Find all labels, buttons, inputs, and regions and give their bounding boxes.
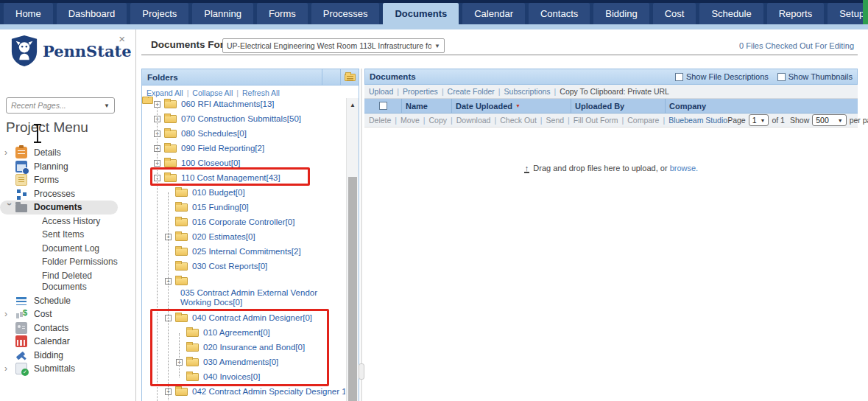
action-link-move[interactable]: Move (401, 116, 420, 125)
nav-tab-contacts[interactable]: Contacts (529, 3, 590, 24)
action-link-send[interactable]: Send (546, 116, 565, 125)
sidebar-subitem-document-log[interactable]: Document Log (0, 242, 131, 256)
page-title: Documents For (151, 39, 224, 50)
nav-tab-bidding[interactable]: Bidding (593, 3, 649, 24)
folder-node-035-contract-admin-external-vendor-working-docs-0[interactable]: + (142, 273, 345, 288)
folders-link-refresh-all[interactable]: Refresh All (242, 88, 280, 97)
column-header-date-uploaded[interactable]: Date Uploaded▼ (451, 99, 571, 113)
close-icon[interactable]: × (119, 32, 125, 45)
column-header-select[interactable] (364, 99, 401, 113)
folder-hierarchy-button[interactable] (322, 69, 340, 85)
folder-node-025-internal-commitments-2[interactable]: 025 Internal Commitments[2] (142, 244, 345, 259)
folder-node-label-wrapped[interactable]: 035 Contract Admin External Vendor Worki… (142, 288, 345, 310)
folder-node-040-invoices-0[interactable]: 040 Invoices[0] (142, 369, 345, 384)
folders-link-expand-all[interactable]: Expand All (147, 88, 183, 97)
documents-table-header: NameDate Uploaded▼Uploaded ByCompany (364, 99, 858, 114)
nav-tab-processes[interactable]: Processes (311, 3, 380, 24)
page-label: Page (727, 116, 746, 125)
column-header-company[interactable]: Company (665, 99, 858, 113)
nav-tab-forms[interactable]: Forms (257, 3, 308, 24)
sidebar-subitem-folder-permissions[interactable]: Folder Permissions (0, 255, 131, 269)
chevron-right-icon[interactable]: › (4, 147, 15, 158)
sidebar-item-documents[interactable]: ›Documents (0, 200, 118, 215)
page-size-select[interactable]: 500 ▼ (812, 114, 846, 126)
folder-node-016-corporate-controller-0[interactable]: 016 Corporate Controller[0] (142, 215, 345, 229)
folder-node-030-cost-reports-0[interactable]: 030 Cost Reports[0] (142, 259, 345, 273)
recent-pages-select[interactable]: Recent Pages... ▼ (6, 97, 115, 114)
toolbar-link-upload[interactable]: Upload (369, 87, 393, 96)
dropzone[interactable]: ↑Drag and drop files here to upload, or … (364, 164, 858, 173)
sidebar-item-processes[interactable]: Processes (0, 187, 134, 201)
nav-tab-schedule[interactable]: Schedule (699, 3, 763, 24)
folder-node-010-budget-0[interactable]: 010 Budget[0] (142, 185, 345, 200)
sidebar-subitem-access-history[interactable]: Access History (0, 215, 131, 229)
toolbar-link-create-folder[interactable]: Create Folder (448, 87, 495, 96)
folder-node-080-schedules-0[interactable]: +080 Schedules[0] (142, 126, 345, 141)
action-link-copy[interactable]: Copy (429, 116, 448, 125)
sidebar-subitem-sent-items[interactable]: Sent Items (0, 228, 131, 242)
folder-node-070-construction-submittals-50[interactable]: +070 Construction Submittals[50] (142, 111, 345, 126)
folder-node-060-rfi-attachments-13[interactable]: +060 RFI Attachments[13] (142, 97, 345, 111)
page-select[interactable]: 1 ▼ (749, 114, 769, 126)
sidebar-item-calendar[interactable]: Calendar (0, 335, 134, 349)
sidebar-item-cost[interactable]: ›Cost (0, 307, 134, 321)
checkbox-show-file-descriptions[interactable] (675, 73, 683, 81)
folder-node-042-contract-admin-specialty-designer-1-0[interactable]: +042 Contract Admin Specialty Designer 1… (142, 384, 345, 399)
sidebar-item-bidding[interactable]: Bidding (0, 349, 134, 363)
folder-list-button[interactable] (340, 69, 359, 85)
action-link-compare[interactable]: Compare (627, 116, 659, 125)
folder-node-020-insurance-and-bond-0[interactable]: 020 Insurance and Bond[0] (142, 340, 345, 355)
nav-tab-cost[interactable]: Cost (653, 3, 696, 24)
nav-tab-documents[interactable]: Documents (383, 3, 459, 24)
folder-node-090-field-reporting-2[interactable]: +090 Field Reporting[2] (142, 141, 345, 156)
sidebar-item-schedule[interactable]: Schedule (0, 294, 134, 308)
sidebar-item-contacts[interactable]: Contacts (0, 321, 134, 335)
folder-node-030-amendments-0[interactable]: +030 Amendments[0] (142, 355, 345, 369)
browse-link[interactable]: browse. (670, 164, 699, 172)
select-all-checkbox[interactable] (379, 102, 387, 110)
nav-tab-dashboard[interactable]: Dashboard (57, 3, 127, 24)
sidebar-item-forms[interactable]: Forms (0, 173, 134, 187)
checked-out-files-link[interactable]: 0 Files Checked Out For Editing (739, 41, 854, 50)
folder-node-100-closeout-0[interactable]: +100 Closeout[0] (142, 156, 345, 170)
nav-tab-projects[interactable]: Projects (130, 3, 188, 24)
sidebar-item-submittals[interactable]: ›Submittals (0, 362, 134, 376)
checkbox-show-thumbnails[interactable] (777, 73, 786, 81)
folder-node-015-funding-0[interactable]: 015 Funding[0] (142, 200, 345, 215)
toolbar-link-subscriptions[interactable]: Subscriptions (504, 87, 551, 96)
sidebar-item-details[interactable]: ›Details (0, 146, 134, 160)
separator: | (494, 116, 496, 125)
nav-tab-reports[interactable]: Reports (767, 3, 825, 24)
nav-tab-home[interactable]: Home (4, 3, 53, 24)
folders-panel-header: Folders (142, 69, 359, 86)
action-link-fill-out-form[interactable]: Fill Out Form (574, 116, 618, 125)
column-header-name[interactable]: Name (401, 99, 451, 113)
action-link-bluebeam-studio[interactable]: Bluebeam Studio (668, 116, 727, 125)
splitter-grip[interactable] (359, 363, 364, 380)
chevron-right-icon[interactable]: › (4, 363, 15, 374)
action-link-check-out[interactable]: Check Out (500, 116, 537, 125)
column-header-uploaded-by[interactable]: Uploaded By (571, 99, 665, 113)
sidebar-item-planning[interactable]: Planning (0, 160, 134, 174)
action-link-download[interactable]: Download (456, 116, 491, 125)
project-selector[interactable]: UP-Electrical Engineering West Room 113L… (222, 38, 445, 53)
scroll-up-arrow-icon[interactable]: ▲ (347, 98, 359, 108)
toolbar-link-copy-to-clipboard-private-url[interactable]: Copy To Clipboard: Private URL (560, 87, 669, 96)
sidebar-item-label: Calendar (34, 336, 70, 346)
nav-tab-planning[interactable]: Planning (192, 3, 253, 24)
panel-splitter[interactable] (361, 69, 362, 401)
chevron-right-icon[interactable]: › (4, 309, 15, 319)
nav-tab-calendar[interactable]: Calendar (462, 3, 525, 24)
sidebar-subitem-find-deleted-documents[interactable]: Find Deleted Documents (0, 269, 131, 294)
action-link-delete[interactable]: Delete (369, 116, 391, 125)
folder-tree-scrollbar[interactable]: ▲ (346, 98, 359, 401)
scrollbar-thumb[interactable] (348, 177, 357, 401)
folder-node-010-agreement-0[interactable]: 010 Agreement[0] (142, 325, 345, 340)
nav-tab-setup[interactable]: Setup (828, 3, 868, 24)
folder-node-110-cost-management-43[interactable]: -110 Cost Management[43] (142, 170, 345, 185)
folder-node-040-contract-admin-designer-0[interactable]: -040 Contract Admin Designer[0] (142, 310, 345, 325)
folder-node-020-estimates-0[interactable]: +020 Estimates[0] (142, 229, 345, 244)
toolbar-link-properties[interactable]: Properties (403, 87, 438, 96)
chevron-down-icon[interactable]: › (4, 203, 15, 214)
folders-link-collapse-all[interactable]: Collapse All (192, 88, 233, 97)
